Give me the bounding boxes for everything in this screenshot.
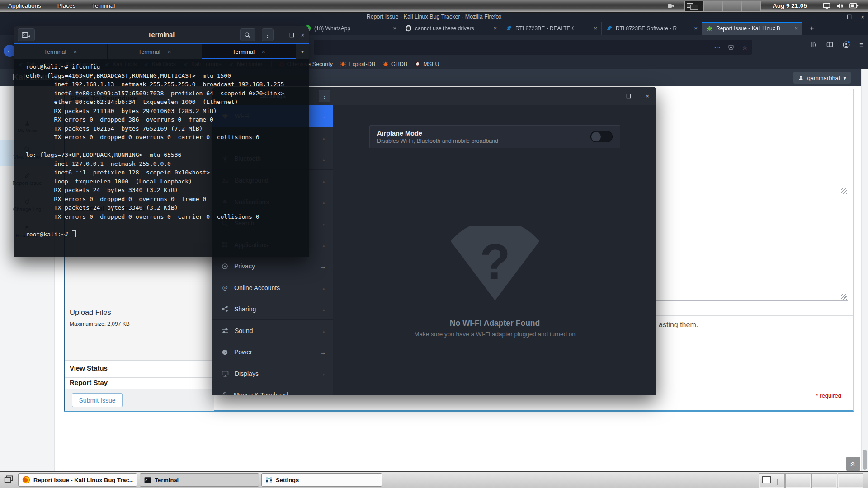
pocket-icon[interactable]	[728, 44, 734, 51]
tab-close-icon[interactable]: ×	[262, 48, 265, 55]
pager-workspace-4[interactable]	[838, 474, 863, 488]
arrow-right-icon: →	[319, 155, 326, 163]
tab-close-icon[interactable]: ×	[594, 25, 597, 32]
settings-sidebar-item[interactable]: @ Online Accounts →	[212, 277, 333, 299]
minimize-icon[interactable]: −	[835, 14, 838, 20]
page-actions-icon[interactable]: ⋯	[714, 44, 720, 51]
close-icon[interactable]: ×	[861, 14, 864, 20]
panel-menu[interactable]: Applications	[0, 0, 49, 12]
minimize-icon[interactable]: −	[280, 32, 283, 38]
tab-close-icon[interactable]: ×	[73, 48, 77, 55]
workspace-2[interactable]	[703, 1, 723, 11]
bookmark-star-icon[interactable]: ☆	[742, 44, 748, 51]
bookmark-item[interactable]: GHDB	[382, 61, 407, 67]
upload-files-panel[interactable]: Upload Files Maximum size: 2,097 KB	[65, 243, 214, 361]
settings-sidebar-item[interactable]: Sound →	[212, 320, 333, 342]
panel-menu[interactable]: Places	[49, 0, 84, 12]
browser-tab[interactable]: Report Issue - Kali Linux B ×	[702, 22, 802, 35]
firefox-titlebar[interactable]: Report Issue - Kali Linux Bug Tracker - …	[0, 12, 868, 22]
double-chevron-up-icon: «	[849, 461, 858, 466]
terminal-line: inet 127.0.0.1 netmask 255.0.0.0	[26, 160, 309, 169]
bookmark-item[interactable]: Exploit-DB	[340, 61, 375, 67]
library-icon[interactable]	[810, 41, 817, 48]
tab-close-icon[interactable]: ×	[694, 25, 698, 32]
settings-sidebar-item[interactable]: Power →	[212, 342, 333, 363]
terminal-search-button[interactable]	[240, 28, 255, 41]
pager-workspace-1[interactable]	[760, 474, 784, 488]
settings-sidebar-item[interactable]: Sharing →	[212, 299, 333, 320]
url-bar[interactable]: ⋯ ☆	[314, 40, 752, 55]
terminal-menu-button[interactable]: ⋮	[262, 28, 274, 41]
panel-menu[interactable]: Terminal	[84, 0, 123, 12]
tab-close-icon[interactable]: ×	[168, 48, 171, 55]
account-icon[interactable]	[843, 41, 850, 48]
terminal-titlebar[interactable]: Terminal ⋮ − ×	[14, 26, 309, 44]
no-wifi-title: No Wi-Fi Adapter Found	[333, 319, 656, 328]
taskbar-workspace-pager[interactable]	[760, 474, 863, 488]
browser-tab[interactable]: RTL8723BE Software - R ×	[601, 22, 702, 35]
terminal-tab[interactable]: Terminal ×	[14, 44, 108, 59]
settings-sidebar-item[interactable]: Displays →	[212, 363, 333, 385]
bookmark-item[interactable]: MSFU	[415, 61, 439, 67]
browser-tab[interactable]: RTL8723BE - REALTEK ×	[501, 22, 601, 35]
taskbar-button[interactable]: Report Issue - Kali Linux Bug Trac...	[18, 473, 137, 487]
taskbar-button[interactable]: Settings	[261, 473, 382, 487]
mouse-icon	[222, 392, 228, 395]
submit-issue-button[interactable]: Submit Issue	[72, 393, 123, 407]
arrow-right-icon: →	[319, 198, 326, 206]
taskbar-button[interactable]: Terminal	[140, 473, 259, 487]
user-menu[interactable]: qammarbhat ▾	[793, 72, 851, 84]
svg-text:?: ?	[480, 234, 510, 290]
terminal-prompt-line: root@kali:~#	[26, 230, 309, 239]
close-icon[interactable]: ×	[301, 32, 304, 38]
workspace-3[interactable]	[722, 1, 742, 11]
settings-sidebar-item[interactable]: Privacy →	[212, 256, 333, 277]
browser-tab[interactable]: cannot use these drivers ×	[401, 22, 501, 35]
minimize-icon[interactable]: −	[609, 93, 612, 99]
scrollbar-thumb[interactable]	[863, 450, 867, 470]
sidebar-toggle-icon[interactable]	[826, 41, 833, 48]
display-tray-icon[interactable]	[823, 2, 830, 9]
new-tab-button[interactable]: +	[804, 22, 820, 35]
arrow-right-icon: →	[319, 134, 326, 141]
terminal-tab[interactable]: Terminal ×	[202, 44, 296, 59]
clock[interactable]: Aug 9 21:05	[766, 0, 814, 12]
terminal-tab-label: Terminal	[138, 48, 160, 55]
workspace-4[interactable]	[741, 1, 761, 11]
browser-tab[interactable]: (18) WhatsApp ×	[300, 22, 401, 35]
sharing-icon	[222, 305, 228, 312]
tab-label: RTL8723BE Software - R	[616, 25, 691, 32]
upload-files-title: Upload Files	[70, 308, 111, 317]
tab-close-icon[interactable]: ×	[493, 25, 497, 32]
tab-close-icon[interactable]: ×	[393, 25, 396, 32]
terminal-new-tab-button[interactable]	[18, 28, 35, 41]
close-icon[interactable]: ×	[646, 93, 649, 99]
battery-icon[interactable]	[849, 3, 859, 9]
volume-icon[interactable]	[836, 2, 843, 9]
workspace-switcher[interactable]	[684, 1, 760, 11]
pager-workspace-2[interactable]	[786, 474, 811, 488]
page-scrollbar[interactable]	[861, 69, 868, 471]
airplane-mode-toggle[interactable]	[590, 131, 613, 142]
maximize-icon[interactable]	[626, 94, 631, 99]
terminal-tab-dropdown[interactable]: ▾	[296, 44, 309, 59]
screen-record-icon[interactable]	[667, 2, 675, 9]
menu-hamburger-icon[interactable]: ≡	[859, 41, 863, 48]
pager-workspace-3[interactable]	[812, 474, 837, 488]
show-desktop-icon[interactable]	[4, 474, 14, 484]
scroll-to-top-button[interactable]: «	[846, 457, 860, 471]
sound-icon	[222, 327, 229, 334]
resize-grip-icon[interactable]	[841, 188, 847, 194]
maximize-icon[interactable]	[289, 33, 294, 38]
settings-sidebar-item[interactable]: Mouse & Touchpad →	[212, 385, 333, 396]
tab-close-icon[interactable]: ×	[794, 25, 798, 32]
workspace-1[interactable]	[684, 1, 704, 11]
upload-max-size: Maximum size: 2,097 KB	[70, 321, 130, 327]
terminal-line: lo: flags=73<UP,LOOPBACK,RUNNING> mtu 65…	[26, 150, 309, 160]
terminal-output[interactable]: root@kali:~# ifconfigeth0: flags=4163<UP…	[14, 59, 309, 257]
arrow-right-icon: →	[319, 370, 326, 377]
terminal-tab[interactable]: Terminal ×	[108, 44, 202, 59]
settings-menu-button[interactable]: ⋮	[319, 90, 330, 102]
resize-grip-icon[interactable]	[841, 294, 847, 300]
maximize-icon[interactable]	[847, 14, 852, 19]
